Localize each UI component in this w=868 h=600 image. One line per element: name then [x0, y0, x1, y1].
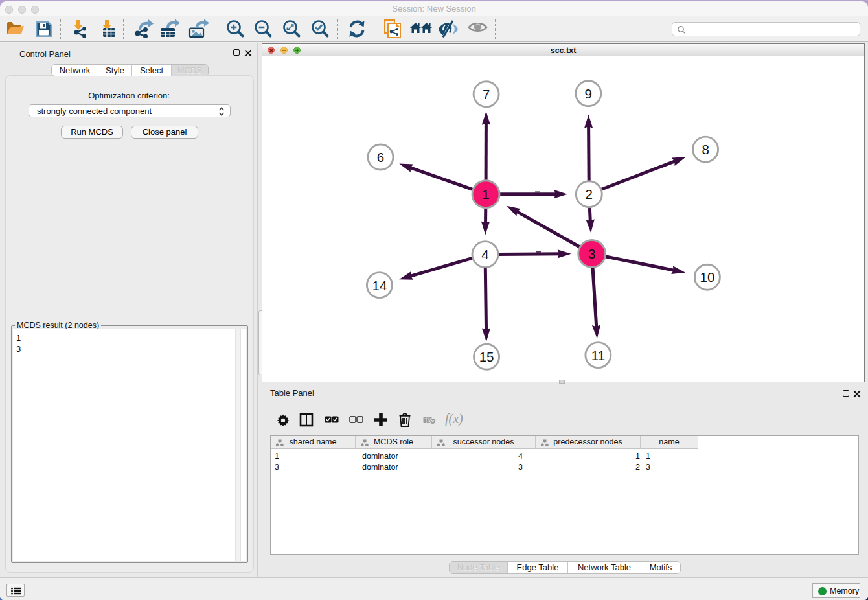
svg-text:4: 4 — [481, 247, 488, 262]
svg-text:6: 6 — [377, 150, 384, 165]
svg-text:3: 3 — [588, 246, 595, 261]
svg-text:2: 2 — [586, 187, 593, 202]
svg-text:14: 14 — [372, 278, 387, 293]
svg-text:1: 1 — [482, 187, 489, 202]
svg-text:9: 9 — [585, 86, 592, 101]
svg-text:8: 8 — [702, 142, 709, 157]
svg-text:10: 10 — [700, 270, 714, 284]
svg-text:15: 15 — [479, 349, 494, 364]
svg-text:11: 11 — [591, 348, 605, 363]
svg-text:7: 7 — [483, 87, 490, 102]
